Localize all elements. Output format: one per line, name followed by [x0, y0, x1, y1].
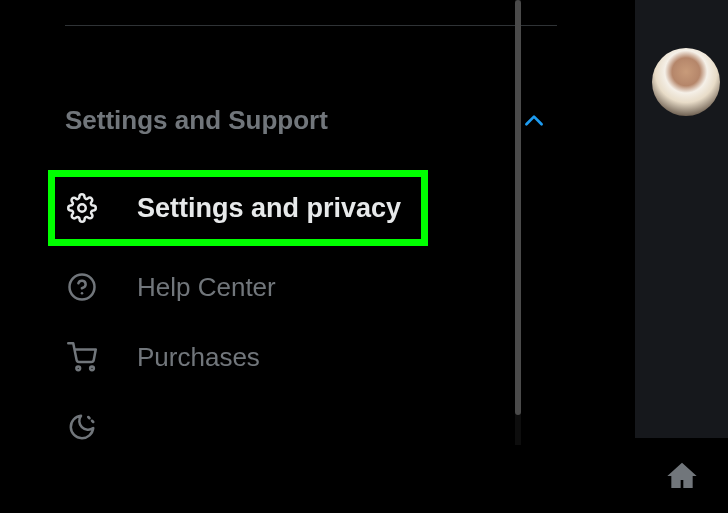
gear-icon	[65, 191, 99, 225]
menu-item-settings-privacy[interactable]: Settings and privacy	[48, 170, 428, 246]
moon-icon	[65, 410, 99, 444]
menu-items: Settings and privacy Help Center Pur	[50, 170, 560, 462]
menu-item-purchases[interactable]: Purchases	[50, 322, 560, 392]
avatar[interactable]	[652, 48, 720, 116]
section-title: Settings and Support	[65, 105, 328, 136]
menu-item-display-mode[interactable]	[50, 392, 560, 462]
section-header-settings-support[interactable]: Settings and Support	[65, 105, 557, 136]
chevron-up-icon	[519, 106, 549, 136]
svg-point-4	[90, 366, 94, 370]
right-sidebar	[635, 0, 728, 513]
question-icon	[65, 270, 99, 304]
menu-item-label: Purchases	[137, 342, 260, 373]
menu-item-label: Help Center	[137, 272, 276, 303]
menu-item-help-center[interactable]: Help Center	[50, 252, 560, 322]
cart-icon	[65, 340, 99, 374]
divider	[65, 25, 557, 26]
svg-point-0	[78, 204, 86, 212]
scrollbar-thumb[interactable]	[515, 0, 521, 415]
svg-point-3	[76, 366, 80, 370]
settings-panel: Settings and Support Settings and privac…	[0, 0, 620, 513]
bottom-bar	[635, 438, 728, 513]
home-icon[interactable]	[664, 458, 700, 494]
menu-item-label: Settings and privacy	[137, 193, 401, 224]
